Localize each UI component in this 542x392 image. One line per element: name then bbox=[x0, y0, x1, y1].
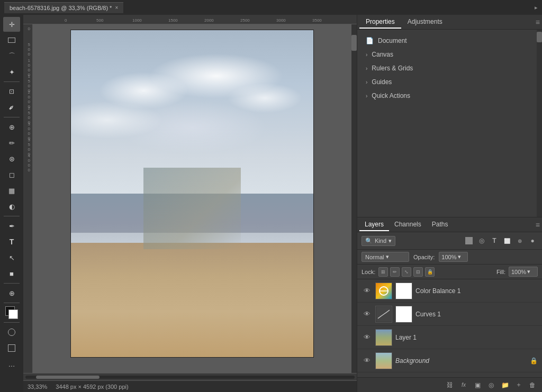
properties-canvas-section[interactable]: › Canvas bbox=[357, 48, 542, 61]
clone-tool[interactable]: ⊛ bbox=[3, 151, 20, 166]
group-btn[interactable]: 📁 bbox=[500, 380, 510, 390]
fill-field[interactable]: 100% ▾ bbox=[509, 267, 538, 277]
quick-mask-tool[interactable] bbox=[3, 325, 20, 340]
tab-layers[interactable]: Layers bbox=[359, 218, 389, 231]
layers-menu-icon[interactable]: ≡ bbox=[536, 221, 540, 229]
ruler-v-4000: 4000 bbox=[28, 153, 31, 169]
canvas-hscroll-thumb[interactable] bbox=[36, 376, 100, 379]
more-tools[interactable]: … bbox=[3, 357, 20, 371]
screen-mode-tool[interactable] bbox=[3, 341, 20, 355]
heal-icon: ⊕ bbox=[9, 123, 15, 131]
tab-channels[interactable]: Channels bbox=[389, 218, 427, 231]
layer-visibility-background[interactable]: 👁 bbox=[362, 355, 372, 366]
document-tab[interactable]: beach-6578316.jpg @ 33,3% (RGB/8) * × bbox=[4, 2, 123, 13]
layer-thumb-curves bbox=[375, 306, 392, 323]
layer-row-layer1[interactable]: 👁 Layer 1 bbox=[357, 326, 542, 349]
link-layers-btn[interactable]: ⛓ bbox=[445, 380, 455, 390]
path-select-tool[interactable]: ↖ bbox=[3, 250, 20, 265]
tab-paths[interactable]: Paths bbox=[427, 218, 454, 231]
move-icon: ✛ bbox=[9, 21, 15, 29]
lock-artboard-btn[interactable]: ⊟ bbox=[413, 267, 423, 277]
ruler-mark-0: 0 bbox=[65, 18, 96, 23]
layer-mask-curves bbox=[395, 306, 412, 323]
lock-draw-btn[interactable]: ✏ bbox=[390, 267, 400, 277]
lasso-tool[interactable]: ⌒ bbox=[3, 49, 20, 63]
canvas-content[interactable] bbox=[33, 24, 351, 373]
crop-tool[interactable]: ⊡ bbox=[3, 84, 20, 99]
tab-properties[interactable]: Properties bbox=[359, 16, 401, 29]
shape-filter-icon: ⬜ bbox=[504, 238, 510, 244]
layer-row-curves[interactable]: 👁 Curves 1 bbox=[357, 303, 542, 326]
zoom-tool[interactable]: ⊕ bbox=[3, 286, 20, 300]
screen-mode-icon bbox=[8, 344, 15, 352]
filter-pixel-icon[interactable] bbox=[464, 235, 474, 246]
title-bar: beach-6578316.jpg @ 33,3% (RGB/8) * × ▸ bbox=[0, 0, 542, 15]
layer-visibility-curves[interactable]: 👁 bbox=[362, 309, 372, 320]
layer-row-background[interactable]: 👁 Background 🔒 bbox=[357, 349, 542, 372]
blend-mode-dropdown[interactable]: Normal ▾ bbox=[362, 252, 409, 262]
filter-toggle[interactable]: ● bbox=[527, 235, 538, 246]
fx-btn[interactable]: fx bbox=[458, 380, 469, 390]
lock-pixel-btn[interactable]: ⊞ bbox=[378, 267, 388, 277]
layer-name-color-balance: Color Balance 1 bbox=[415, 287, 538, 295]
properties-tab-bar: Properties Adjustments ≡ bbox=[357, 15, 542, 30]
filter-smart-icon[interactable]: ⊕ bbox=[514, 235, 525, 246]
adjustment-btn[interactable]: ◎ bbox=[486, 380, 496, 390]
heal-tool[interactable]: ⊕ bbox=[3, 120, 20, 134]
type-icon: T bbox=[492, 237, 496, 244]
canvas-vscroll[interactable] bbox=[351, 24, 357, 373]
properties-vscroll-thumb[interactable] bbox=[537, 32, 542, 42]
tab-adjustments[interactable]: Adjustments bbox=[401, 16, 449, 29]
canvas-hscroll[interactable] bbox=[23, 373, 357, 380]
canvas-vscroll-thumb[interactable] bbox=[351, 35, 357, 51]
zoom-level: 33,33% bbox=[28, 384, 47, 390]
new-layer-btn[interactable]: ＋ bbox=[513, 380, 524, 390]
lock-position-btn[interactable]: ⤡ bbox=[402, 267, 411, 277]
eraser-tool[interactable]: ◻ bbox=[3, 167, 20, 182]
tab-title: beach-6578316.jpg @ 33,3% (RGB/8) * bbox=[10, 5, 112, 11]
layer-visibility-color-balance[interactable]: 👁 bbox=[362, 286, 372, 296]
properties-menu-icon[interactable]: ≡ bbox=[536, 18, 540, 26]
shape-tool[interactable]: ■ bbox=[3, 266, 20, 281]
filter-type-icon[interactable]: T bbox=[489, 235, 500, 246]
dodge-icon: ◐ bbox=[9, 203, 15, 211]
magic-wand-tool[interactable]: ✦ bbox=[3, 65, 20, 79]
properties-vscroll[interactable] bbox=[537, 30, 542, 217]
opacity-field[interactable]: 100% ▾ bbox=[439, 252, 468, 262]
move-tool[interactable]: ✛ bbox=[3, 17, 20, 32]
layer-row-color-balance[interactable]: 👁 Color Balance 1 bbox=[357, 279, 542, 303]
mask-btn[interactable]: ▣ bbox=[472, 380, 483, 390]
ruler-mark-1000: 1000 bbox=[132, 18, 168, 23]
tab-close-button[interactable]: × bbox=[115, 5, 118, 11]
layers-bottom-toolbar: ⛓ fx ▣ ◎ 📁 ＋ 🗑 bbox=[357, 377, 542, 392]
delete-layer-btn[interactable]: 🗑 bbox=[527, 380, 538, 390]
gradient-tool[interactable]: ▦ bbox=[3, 183, 20, 198]
brush-tool[interactable]: ✏ bbox=[3, 135, 20, 150]
canvas-hscroll-track[interactable] bbox=[25, 376, 355, 379]
color-swatches[interactable] bbox=[3, 305, 20, 320]
pen-tool[interactable]: ✒ bbox=[3, 218, 20, 233]
eyedropper-tool[interactable]: ✒ bbox=[3, 100, 20, 115]
ruler-mark-1500: 1500 bbox=[168, 18, 204, 23]
lock-all-btn[interactable]: 🔒 bbox=[425, 267, 435, 277]
background-color[interactable] bbox=[8, 309, 18, 319]
lasso-icon: ⌒ bbox=[8, 51, 15, 61]
layer-filter-icons: ◎ T ⬜ ⊕ ● bbox=[464, 235, 538, 246]
properties-guides-section[interactable]: › Guides bbox=[357, 75, 542, 89]
canvas-chevron: › bbox=[366, 52, 367, 58]
toggle-icon: ● bbox=[530, 237, 534, 244]
select-rect-tool[interactable] bbox=[3, 33, 20, 48]
properties-quickactions-section[interactable]: › Quick Actions bbox=[357, 89, 542, 103]
quickactions-label: Quick Actions bbox=[372, 92, 410, 99]
layer-visibility-layer1[interactable]: 👁 bbox=[362, 332, 372, 343]
eye-icon-background: 👁 bbox=[364, 357, 371, 364]
window-controls: ▸ bbox=[535, 4, 538, 11]
layers-blend-row: Normal ▾ Opacity: 100% ▾ bbox=[357, 250, 542, 265]
text-tool[interactable]: T bbox=[3, 234, 20, 249]
status-bar: 33,33% 3448 px × 4592 px (300 ppi) bbox=[23, 380, 357, 392]
filter-shape-icon[interactable]: ⬜ bbox=[502, 235, 512, 246]
properties-rulers-section[interactable]: › Rulers & Grids bbox=[357, 61, 542, 75]
filter-adjustment-icon[interactable]: ◎ bbox=[476, 235, 487, 246]
kind-dropdown[interactable]: 🔍 Kind ▾ bbox=[362, 236, 395, 246]
dodge-tool[interactable]: ◐ bbox=[3, 199, 20, 214]
